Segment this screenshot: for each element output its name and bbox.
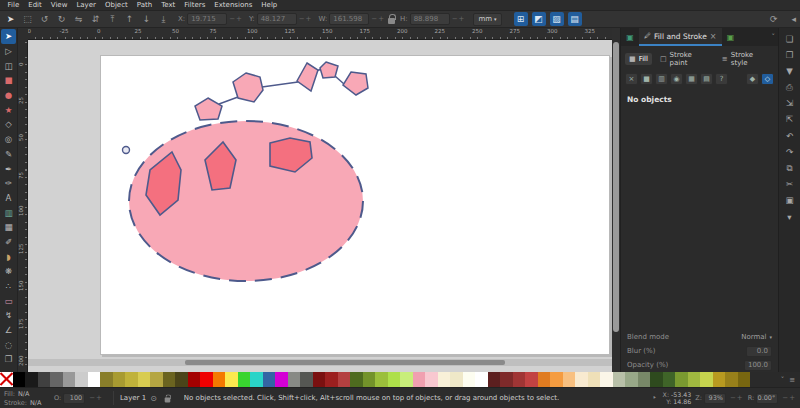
expander-icon[interactable]: ‣ (652, 394, 656, 402)
rotation-field[interactable]: R: 0.00° −+ (748, 393, 796, 404)
palette-swatch[interactable] (675, 372, 688, 387)
palette-swatch[interactable] (400, 372, 413, 387)
star-tool[interactable]: ★ (1, 102, 16, 117)
collapse-toolbar-icon[interactable]: ◂ (791, 14, 796, 24)
menu-filters[interactable]: Filters (180, 1, 210, 9)
palette-swatch[interactable] (375, 372, 388, 387)
save-icon[interactable]: ▼ (783, 64, 796, 77)
paint-none-button[interactable]: × (625, 73, 638, 85)
palette-swatch[interactable] (700, 372, 713, 387)
select-all-icon[interactable]: ⬚ (21, 13, 34, 26)
menu-object[interactable]: Object (100, 1, 132, 9)
raise-to-top-icon[interactable]: ⤒ (106, 13, 119, 26)
paint-swatch-button[interactable]: ▤ (700, 73, 713, 85)
horizontal-ruler[interactable]: -50-250255075100125150175200225250275300… (18, 28, 612, 40)
scale-pattern-toggle[interactable]: ▤ (568, 12, 582, 26)
palette-swatch[interactable] (413, 372, 426, 387)
palette-swatch[interactable] (513, 372, 526, 387)
palette-swatch[interactable] (175, 372, 188, 387)
tab-fill[interactable]: ■Fill (625, 53, 652, 65)
measure-tool[interactable]: ∠ (1, 323, 16, 338)
palette-swatch[interactable] (88, 372, 101, 387)
redo-icon[interactable]: ↷ (783, 145, 796, 158)
new-document-icon[interactable]: ❏ (783, 32, 796, 45)
palette-swatch[interactable] (38, 372, 51, 387)
w-input[interactable]: 161.598 (329, 13, 369, 25)
layer-selector[interactable]: Layer 1 (120, 394, 146, 402)
fill-rule-nonzero-button[interactable]: ◆ (746, 73, 759, 85)
menu-help[interactable]: Help (257, 1, 282, 9)
palette-swatch[interactable] (425, 372, 438, 387)
y-input[interactable]: 48.127 (257, 13, 297, 25)
palette-swatch[interactable] (238, 372, 251, 387)
layer-visibility-icon[interactable]: ⊙ (150, 394, 157, 403)
palette-swatch[interactable] (738, 372, 751, 387)
zoom-tool[interactable]: ◌ (1, 337, 16, 352)
palette-swatch[interactable] (525, 372, 538, 387)
horizontal-scrollbar-thumb[interactable] (185, 360, 505, 365)
layer-indicator[interactable]: Layer 1 ⊙ (113, 391, 174, 405)
node-tool[interactable]: ▷ (1, 44, 16, 59)
menu-extensions[interactable]: Extensions (210, 1, 257, 9)
bezier-tool[interactable]: ✒ (1, 161, 16, 176)
objects-dialog-icon[interactable]: ▣ (725, 31, 737, 43)
opacity-input[interactable]: 100.0 (744, 360, 772, 371)
paint-unknown-button[interactable]: ? (715, 73, 728, 85)
palette-swatch[interactable] (325, 372, 338, 387)
ellipse-tool[interactable]: ● (1, 88, 16, 103)
menu-layer[interactable]: Layer (72, 1, 101, 9)
x-input[interactable]: 19.715 (187, 13, 227, 25)
eraser-tool[interactable]: ▭ (1, 293, 16, 308)
palette-swatch[interactable] (438, 372, 451, 387)
open-document-icon[interactable]: ❐ (783, 48, 796, 61)
y-spinner[interactable]: −+ (299, 15, 313, 23)
palette-swatch[interactable] (388, 372, 401, 387)
refresh-icon[interactable]: ⟳ (770, 14, 778, 24)
shape-builder-tool[interactable]: ◫ (1, 58, 16, 73)
palette-swatch[interactable] (625, 372, 638, 387)
palette-swatch[interactable] (475, 372, 488, 387)
palette-swatch[interactable] (713, 372, 726, 387)
h-spinner[interactable]: −+ (452, 15, 466, 23)
palette-swatch[interactable] (138, 372, 151, 387)
y-field[interactable]: Y: 48.127 −+ (249, 13, 312, 25)
layer-lock-icon[interactable] (165, 397, 171, 402)
scale-stroke-toggle[interactable]: ⊞ (514, 12, 528, 26)
palette-swatch[interactable] (725, 372, 738, 387)
rotation-spinner[interactable]: −+ (782, 394, 796, 402)
palette-expand-icon[interactable]: ˅ (781, 376, 785, 384)
palette-swatch[interactable] (450, 372, 463, 387)
palette-swatch[interactable] (575, 372, 588, 387)
palette-swatch[interactable] (188, 372, 201, 387)
palette-swatch[interactable] (300, 372, 313, 387)
object-opacity-field[interactable]: O: 100 −+ (54, 393, 103, 404)
paste-icon[interactable]: ▣ (783, 194, 796, 207)
tab-stroke-style[interactable]: ≡Stroke style (718, 49, 774, 69)
palette-swatch[interactable] (225, 372, 238, 387)
palette-swatch[interactable] (500, 372, 513, 387)
rotation-input[interactable]: 0.00° (756, 393, 778, 404)
palette-swatch[interactable] (288, 372, 301, 387)
palette-swatch[interactable] (75, 372, 88, 387)
raise-icon[interactable]: ↑ (123, 13, 136, 26)
calligraphy-tool[interactable]: ✑ (1, 176, 16, 191)
import-icon[interactable]: ⇲ (783, 97, 796, 110)
zoom-spinner[interactable]: −+ (730, 394, 744, 402)
vertical-scrollbar[interactable] (612, 28, 620, 372)
palette-swatch[interactable] (563, 372, 576, 387)
horizontal-scrollbar[interactable] (28, 359, 612, 366)
palette-swatch[interactable] (638, 372, 651, 387)
swatches-dialog-icon[interactable]: ▣ (624, 31, 636, 43)
dock-menu-chevron-icon[interactable]: ˅ (772, 33, 776, 41)
menu-edit[interactable]: Edit (24, 1, 47, 9)
gradient-tool[interactable]: ▥ (1, 205, 16, 220)
overflow-icon[interactable]: ▾ (783, 210, 796, 223)
vertical-scrollbar-thumb[interactable] (613, 42, 619, 332)
palette-swatch[interactable] (350, 372, 363, 387)
h-input[interactable]: 88.898 (410, 13, 450, 25)
paint-radial-gradient-button[interactable]: ◉ (670, 73, 683, 85)
opacity-input[interactable]: 100 (63, 393, 85, 404)
paint-linear-gradient-button[interactable]: ▥ (655, 73, 668, 85)
paint-pattern-button[interactable]: ▦ (685, 73, 698, 85)
palette-swatch[interactable] (263, 372, 276, 387)
